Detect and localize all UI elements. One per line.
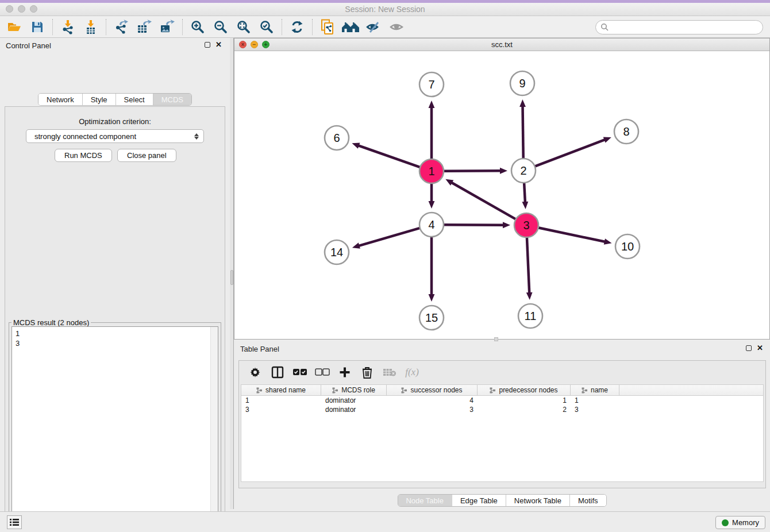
criterion-dropdown[interactable]: strongly connected component [26, 129, 204, 143]
tab-style[interactable]: Style [82, 94, 116, 105]
close-panel-button[interactable]: Close panel [117, 149, 176, 162]
node-label: 6 [333, 132, 340, 144]
search-input[interactable] [609, 22, 763, 33]
export-table-icon[interactable] [134, 18, 154, 36]
open-session-icon[interactable] [5, 18, 24, 36]
edge-4-to-15[interactable] [429, 237, 435, 302]
close-panel-icon[interactable]: ✕ [215, 42, 222, 48]
table-cell[interactable]: 3 [571, 405, 619, 414]
graph-node-8[interactable]: 8 [614, 119, 638, 144]
edge-1-to-4[interactable] [429, 183, 435, 209]
tab-network[interactable]: Network [38, 94, 82, 105]
zoom-out-icon[interactable] [211, 18, 230, 36]
graph-node-4[interactable]: 4 [419, 213, 444, 237]
result-scrollbar[interactable] [210, 327, 218, 532]
column-header-name[interactable]: name [571, 385, 619, 395]
save-session-icon[interactable] [28, 18, 47, 36]
tab-mcds[interactable]: MCDS [153, 94, 191, 105]
edge-1-to-7[interactable] [429, 101, 435, 159]
table-cell[interactable]: 1 [241, 396, 321, 405]
table-cell[interactable]: 4 [387, 396, 478, 405]
close-table-panel-icon[interactable]: ✕ [757, 345, 763, 351]
node-label: 15 [425, 311, 438, 324]
float-panel-icon[interactable] [205, 42, 210, 48]
search-field[interactable] [595, 20, 763, 34]
panel-splitter[interactable] [230, 38, 234, 509]
export-image-icon[interactable] [157, 18, 177, 36]
import-table-icon[interactable] [81, 18, 101, 36]
table-cell[interactable]: 1 [478, 396, 571, 405]
show-columns-icon[interactable] [270, 364, 286, 380]
tab-motifs[interactable]: Motifs [569, 495, 606, 506]
hide-selected-icon[interactable] [364, 18, 383, 36]
refresh-icon[interactable] [287, 18, 307, 36]
column-type-icon [582, 387, 588, 394]
column-header-MCDS-role[interactable]: MCDS role [321, 385, 387, 395]
graph-node-6[interactable]: 6 [325, 126, 349, 150]
table-row[interactable]: 3dominator323 [241, 405, 763, 414]
table-cell[interactable]: 3 [241, 405, 321, 414]
table-cell[interactable]: 2 [478, 405, 571, 414]
edge-3-to-10[interactable] [538, 228, 612, 245]
edge-3-to-11[interactable] [526, 237, 533, 300]
network-canvas[interactable]: 7968124314101511 [234, 51, 769, 339]
column-header-predecessor-nodes[interactable]: predecessor nodes [478, 385, 571, 395]
table-cell[interactable]: 3 [387, 405, 478, 414]
graph-node-11[interactable]: 11 [518, 304, 542, 328]
table-cell[interactable]: dominator [321, 396, 387, 405]
table-cell[interactable]: dominator [321, 405, 387, 414]
tab-node-table[interactable]: Node Table [398, 495, 452, 506]
zoom-selected-icon[interactable] [257, 18, 276, 36]
tab-edge-table[interactable]: Edge Table [452, 495, 506, 506]
toolbar-separator [182, 19, 183, 35]
graph-node-9[interactable]: 9 [510, 71, 534, 95]
settings-icon[interactable] [247, 364, 263, 380]
import-network-icon[interactable] [58, 18, 78, 36]
column-header-shared-name[interactable]: shared name [241, 385, 321, 395]
select-all-icon[interactable] [292, 364, 308, 380]
edge-2-to-8[interactable] [535, 137, 611, 167]
search-icon [600, 23, 609, 32]
graph-node-1[interactable]: 1 [419, 159, 444, 183]
mcds-result-text[interactable]: 1 3 [11, 326, 218, 532]
network-resize-handle[interactable] [494, 337, 498, 341]
network-view-window: × − + scc.txt 7968124314101511 [234, 38, 770, 340]
graph-node-2[interactable]: 2 [511, 159, 536, 183]
run-mcds-button[interactable]: Run MCDS [55, 149, 112, 162]
edge-2-to-3[interactable] [522, 183, 528, 209]
tab-network-table[interactable]: Network Table [506, 495, 569, 506]
delete-row-icon[interactable] [359, 364, 375, 380]
home-icon[interactable] [341, 18, 360, 36]
deselect-all-icon[interactable] [314, 364, 330, 380]
edge-4-to-14[interactable] [352, 228, 420, 249]
zoom-in-icon[interactable] [188, 18, 207, 36]
table-cell[interactable]: 1 [571, 396, 619, 405]
table-row[interactable]: 1dominator411 [241, 396, 763, 405]
float-table-panel-icon[interactable] [746, 345, 752, 351]
task-history-button[interactable] [7, 515, 22, 529]
edge-2-to-9[interactable] [519, 99, 526, 159]
show-all-icon[interactable] [387, 18, 406, 36]
memory-button[interactable]: Memory [715, 516, 765, 529]
graph-node-14[interactable]: 14 [325, 240, 349, 264]
zoom-fit-icon[interactable] [234, 18, 253, 36]
export-network-icon[interactable] [111, 18, 131, 36]
toolbar-separator [312, 19, 313, 35]
first-neighbors-icon[interactable] [318, 18, 337, 36]
graph-node-10[interactable]: 10 [615, 234, 640, 259]
network-window-titlebar[interactable]: × − + scc.txt [234, 38, 769, 51]
edge-3-to-1[interactable] [445, 179, 515, 219]
arrowhead-icon [522, 202, 528, 209]
edge-4-to-3[interactable] [444, 222, 510, 228]
column-header-successor-nodes[interactable]: successor nodes [387, 385, 478, 395]
tab-select[interactable]: Select [116, 94, 153, 105]
node-table[interactable]: shared nameMCDS rolesuccessor nodesprede… [241, 384, 764, 482]
edge-1-to-6[interactable] [352, 143, 420, 168]
graph-node-3[interactable]: 3 [514, 213, 538, 237]
splitter-handle[interactable] [230, 270, 233, 285]
edge-1-to-2[interactable] [444, 168, 507, 174]
graph-node-15[interactable]: 15 [419, 306, 444, 330]
app-window: Session: New Session [0, 0, 770, 532]
add-row-icon[interactable] [337, 364, 353, 380]
graph-node-7[interactable]: 7 [419, 72, 444, 97]
